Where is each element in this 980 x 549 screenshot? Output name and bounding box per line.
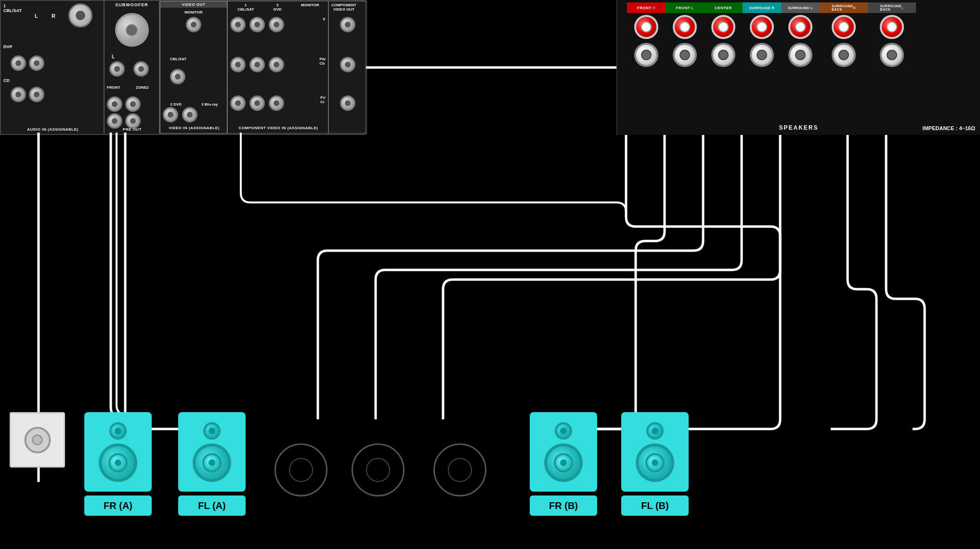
surround-back-r-knob-white xyxy=(832,43,856,67)
sub-l-connector xyxy=(109,61,125,77)
sub-r-connector xyxy=(133,61,149,77)
woofer-fr-a xyxy=(99,443,137,482)
left-label: L xyxy=(35,13,38,19)
video-out-label: VIDEO OUT xyxy=(160,1,227,8)
speaker-fl-a-body xyxy=(178,412,246,492)
speaker-fl-b-container: FL (B) xyxy=(621,412,689,516)
surround-back-l-label: SURROUNDBACK L xyxy=(868,2,916,13)
speaker-fr-b-label: FR (B) xyxy=(549,500,578,511)
monitor-header: MONITOR xyxy=(301,3,319,12)
terminal-col-front-l: FRONT L xyxy=(666,2,704,69)
receiver-panel: 1CBL/SAT L R DVP CD AUDIO IN (ASSIGNABLE… xyxy=(0,0,366,135)
center-label: CENTER xyxy=(704,2,743,13)
y-connectors xyxy=(230,17,284,32)
pr-connectors xyxy=(230,95,284,111)
zone2-label: ZONE2 xyxy=(136,85,149,90)
subwoofer-label: SUBWOOFER xyxy=(105,1,159,9)
surround-back-r-knob-red xyxy=(832,15,856,39)
component-video-in-section: 1CBL/SAT 2DVD MONITOR Y Pb/Cb Pr/Cr COMP… xyxy=(227,1,328,134)
tweeter-fl-b xyxy=(646,422,664,440)
dvp-label: DVP xyxy=(3,44,13,49)
front-r-knob-red xyxy=(634,15,658,39)
speaker-terminals-panel: FRONT R FRONT L CENTER SURROUND R xyxy=(616,0,980,135)
component-video-out-section: COMPONENTVIDEO OUT xyxy=(328,1,367,134)
terminal-col-surround-back-r: SURROUNDBACK R xyxy=(820,2,868,69)
cblsat-video-connector xyxy=(170,69,185,84)
speaker-fr-a-body xyxy=(84,412,152,492)
ghost-surround-r-speaker xyxy=(352,443,405,496)
dvd-label: 2 DVD xyxy=(170,102,182,107)
center-knob-white xyxy=(711,43,735,67)
comp-out-pr xyxy=(340,95,355,111)
front-l-knob-red xyxy=(673,15,697,39)
rca-2 xyxy=(29,55,44,71)
subwoofer-section: SUBWOOFER L FRONT ZONE2 PRE OUT xyxy=(105,1,160,134)
tweeter-fl-a xyxy=(203,422,221,440)
coax-connector-area xyxy=(68,3,97,32)
pr-label: Pr/Cr xyxy=(320,95,326,104)
pre-out-label: PRE OUT xyxy=(105,127,160,132)
front-l-knob-white xyxy=(673,43,697,67)
dvd-bluray-labels: 2 DVD 3 Blu-ray xyxy=(160,102,228,107)
speaker-fl-a-label-box: FL (A) xyxy=(178,495,246,516)
center-knob-red xyxy=(711,15,735,39)
speaker-fr-b-container: FR (B) xyxy=(530,412,597,516)
woofer-fl-a xyxy=(193,443,231,482)
surround-back-r-label: SURROUNDBACK R xyxy=(820,2,868,13)
terminal-col-front-r: FRONT R xyxy=(627,2,666,69)
ghost-center-speaker xyxy=(274,443,327,496)
speakers-label: SPEAKERS xyxy=(779,124,818,131)
terminal-col-surround-r: SURROUND R xyxy=(743,2,781,69)
right-label-audio: R xyxy=(52,13,55,19)
speaker-fl-a-container: FL (A) xyxy=(178,412,246,516)
y-label: Y xyxy=(323,17,326,22)
dvd-header: 2DVD xyxy=(274,3,282,12)
speaker-fl-b-label: FL (B) xyxy=(641,500,668,511)
ghost-surround-l-speaker xyxy=(433,443,486,496)
sub-l-label: L xyxy=(112,54,115,59)
audio-in-label: AUDIO IN (ASSIGNABLE) xyxy=(3,127,102,132)
cd-label: CD xyxy=(3,78,10,83)
surround-l-knob-white xyxy=(788,43,812,67)
speaker-fl-b-body xyxy=(621,412,689,492)
tweeter-fr-b xyxy=(555,422,572,440)
surround-l-label: SURROUND L xyxy=(781,2,820,13)
front-preout-r xyxy=(107,113,122,129)
rca-1 xyxy=(11,55,26,71)
rca-3 xyxy=(11,87,26,102)
surround-back-l-knob-white xyxy=(880,43,904,67)
speaker-fr-a-container: FR (A) xyxy=(84,412,152,516)
subwoofer-box xyxy=(10,412,65,468)
woofer-fl-b xyxy=(636,443,674,482)
component-headers: 1CBL/SAT 2DVD MONITOR xyxy=(228,3,329,12)
monitor-label: MONITOR xyxy=(184,10,203,14)
comp-out-header: COMPONENTVIDEO OUT xyxy=(331,3,356,12)
comp-out-pb xyxy=(340,57,355,72)
cbl-sat-label: 1CBL/SAT xyxy=(3,3,22,13)
surround-r-label: SURROUND R xyxy=(743,2,781,13)
front-preout-label: FRONT xyxy=(107,85,120,90)
zone2-l xyxy=(125,96,141,112)
subwoofer-connector xyxy=(115,13,149,47)
dvd-bluray-connectors xyxy=(163,107,197,122)
speaker-fr-a-label-box: FR (A) xyxy=(84,495,152,516)
pb-connectors xyxy=(230,57,284,72)
comp-out-y xyxy=(340,17,355,32)
surround-r-knob-red xyxy=(750,15,774,39)
bluray-label: 3 Blu-ray xyxy=(201,102,218,107)
speaker-fl-a-label: FL (A) xyxy=(198,500,225,511)
front-preout-l xyxy=(107,96,122,112)
woofer-fr-b xyxy=(544,443,583,482)
cbl-header: 1CBL/SAT xyxy=(237,3,254,12)
front-r-knob-white xyxy=(634,43,658,67)
tweeter-fr-a xyxy=(109,422,127,440)
terminal-col-center: CENTER xyxy=(704,2,743,69)
surround-l-knob-red xyxy=(788,15,812,39)
speaker-fr-b-label-box: FR (B) xyxy=(530,495,597,516)
monitor-video-connector xyxy=(186,17,201,32)
audio-in-section: 1CBL/SAT L R DVP CD AUDIO IN (ASSIGNABLE… xyxy=(1,1,105,134)
front-r-label: FRONT R xyxy=(627,2,666,13)
subwoofer-driver xyxy=(24,427,51,453)
rca-4 xyxy=(29,87,44,102)
video-in-label: VIDEO IN (ASSIGNABLE) xyxy=(160,126,228,130)
